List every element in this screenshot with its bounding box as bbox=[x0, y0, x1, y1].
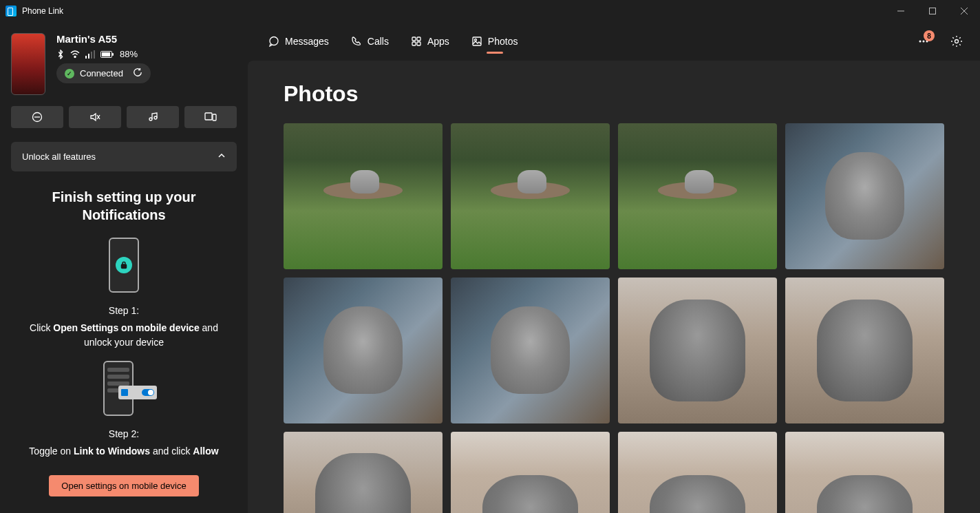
unlock-label: Unlock all features bbox=[22, 151, 96, 162]
notifications-button[interactable]: 8 bbox=[911, 29, 936, 54]
svg-point-26 bbox=[919, 41, 922, 43]
svg-point-4 bbox=[74, 56, 76, 57]
tab-calls[interactable]: Calls bbox=[341, 30, 398, 52]
svg-rect-10 bbox=[102, 52, 110, 56]
content-area: Photos bbox=[248, 61, 980, 513]
svg-rect-5 bbox=[85, 56, 87, 59]
svg-rect-21 bbox=[417, 37, 420, 41]
refresh-icon[interactable] bbox=[133, 67, 142, 79]
dnd-button[interactable] bbox=[11, 106, 63, 128]
device-name: Martin's A55 bbox=[56, 33, 151, 45]
step2-desc: Toggle on Link to Windows and click Allo… bbox=[17, 444, 231, 459]
top-nav: Messages Calls Apps Photos 8 bbox=[248, 22, 980, 61]
step2-label: Step 2: bbox=[17, 427, 231, 441]
photo-thumbnail[interactable] bbox=[451, 278, 610, 423]
close-button[interactable] bbox=[948, 0, 980, 22]
maximize-button[interactable] bbox=[917, 0, 948, 22]
photo-thumbnail[interactable] bbox=[284, 123, 443, 269]
tab-photos[interactable]: Photos bbox=[462, 30, 528, 52]
svg-rect-20 bbox=[412, 37, 416, 41]
svg-rect-6 bbox=[88, 54, 89, 59]
svg-point-25 bbox=[474, 39, 476, 41]
svg-rect-16 bbox=[205, 113, 212, 120]
unlock-features-panel[interactable]: Unlock all features bbox=[11, 142, 237, 171]
mute-button[interactable] bbox=[69, 106, 121, 128]
open-settings-button[interactable]: Open settings on mobile device bbox=[49, 475, 198, 496]
step1-desc: Click Open Settings on mobile device and… bbox=[17, 321, 231, 350]
svg-point-27 bbox=[923, 41, 925, 43]
window-controls bbox=[885, 0, 980, 22]
bluetooth-icon bbox=[56, 50, 65, 59]
svg-rect-22 bbox=[412, 42, 416, 45]
notification-badge: 8 bbox=[924, 30, 935, 41]
tab-messages[interactable]: Messages bbox=[259, 30, 339, 52]
photo-grid bbox=[284, 123, 944, 513]
app-title: Phone Link bbox=[22, 6, 63, 16]
step1-label: Step 1: bbox=[17, 304, 231, 318]
sidebar: Martin's A55 88% bbox=[0, 22, 248, 513]
screen-mirror-button[interactable] bbox=[184, 106, 237, 128]
wifi-icon bbox=[70, 50, 80, 59]
page-title: Photos bbox=[284, 81, 944, 107]
photo-thumbnail[interactable] bbox=[785, 278, 944, 423]
photo-thumbnail[interactable] bbox=[618, 432, 777, 514]
tab-apps[interactable]: Apps bbox=[401, 30, 459, 52]
photo-thumbnail[interactable] bbox=[451, 123, 610, 269]
music-button[interactable] bbox=[127, 106, 179, 128]
minimize-button[interactable] bbox=[885, 0, 917, 22]
titlebar-left: Phone Link bbox=[6, 6, 63, 17]
photo-thumbnail[interactable] bbox=[284, 278, 443, 423]
battery-percent: 88% bbox=[120, 49, 138, 59]
photo-thumbnail[interactable] bbox=[618, 123, 777, 269]
svg-rect-24 bbox=[473, 37, 481, 45]
setup-section: Finish setting up your Notifications Ste… bbox=[11, 188, 237, 496]
device-thumbnail[interactable] bbox=[11, 33, 45, 95]
setup-illustration-1 bbox=[109, 238, 139, 293]
nav-tabs: Messages Calls Apps Photos bbox=[259, 30, 527, 52]
main-area: Messages Calls Apps Photos 8 bbox=[248, 22, 980, 513]
photo-thumbnail[interactable] bbox=[451, 432, 610, 514]
photo-thumbnail[interactable] bbox=[618, 278, 777, 423]
svg-rect-17 bbox=[213, 114, 216, 121]
settings-button[interactable] bbox=[944, 29, 969, 54]
signal-icon bbox=[85, 50, 95, 59]
titlebar: Phone Link bbox=[0, 0, 980, 22]
svg-point-19 bbox=[270, 37, 278, 45]
connection-status-text: Connected bbox=[80, 68, 123, 78]
svg-rect-7 bbox=[91, 52, 92, 59]
device-section: Martin's A55 88% bbox=[11, 33, 237, 95]
svg-rect-11 bbox=[112, 53, 114, 56]
setup-illustration-2 bbox=[96, 361, 151, 416]
quick-actions bbox=[11, 106, 237, 128]
svg-point-29 bbox=[955, 40, 959, 43]
app-icon bbox=[6, 6, 17, 17]
setup-title: Finish setting up your Notifications bbox=[17, 188, 231, 224]
nav-right: 8 bbox=[911, 29, 969, 54]
battery-icon bbox=[100, 50, 114, 59]
lock-icon bbox=[116, 257, 132, 273]
connected-check-icon bbox=[65, 69, 74, 78]
svg-rect-23 bbox=[417, 42, 420, 45]
device-status-row: 88% bbox=[56, 49, 151, 59]
photo-thumbnail[interactable] bbox=[785, 123, 944, 269]
svg-rect-1 bbox=[930, 8, 936, 14]
svg-rect-8 bbox=[94, 50, 95, 59]
connection-badge: Connected bbox=[56, 63, 151, 83]
svg-rect-18 bbox=[122, 264, 127, 269]
chevron-up-icon bbox=[217, 151, 226, 162]
photo-thumbnail[interactable] bbox=[785, 432, 944, 514]
photo-thumbnail[interactable] bbox=[284, 432, 443, 514]
